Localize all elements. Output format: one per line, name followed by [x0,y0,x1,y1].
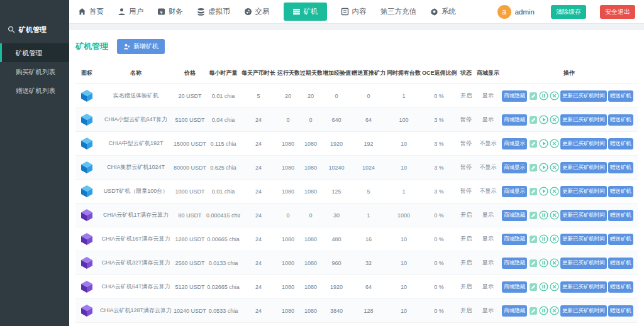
update-bought-time-button[interactable]: 更新已买矿机时间 [560,210,607,221]
run-days: 1080 [277,227,299,251]
delete-icon[interactable] [550,282,559,291]
gift-referral-power: 16 [351,227,386,251]
update-bought-time-button[interactable]: 更新已买矿机时间 [560,114,607,126]
expire-days: 0 [299,204,322,227]
user-chip[interactable]: a admin [497,5,537,19]
pause-button[interactable] [539,282,548,291]
gift-miner-button[interactable]: 赠送矿机 [608,258,633,269]
edit-icon[interactable] [528,282,538,291]
nav-label: 虚拟币 [208,7,230,16]
nav-item-virtual-coin[interactable]: 虚拟币 [197,7,230,16]
update-bought-time-button[interactable]: 更新已买矿机时间 [560,138,607,149]
nav-item-system[interactable]: 系统 [430,7,456,16]
update-bought-time-button[interactable]: 更新已买矿机时间 [560,281,607,293]
gift-miner-button[interactable]: 赠送矿机 [608,281,633,293]
gift-miner-button[interactable]: 赠送矿机 [608,90,633,102]
status-text: 开启 [457,227,475,251]
mall-toggle-button[interactable]: 商城隐藏 [502,210,527,221]
delete-icon[interactable] [550,234,559,244]
clear-cache-button[interactable]: 清除缓存 [551,5,586,19]
update-bought-time-button[interactable]: 更新已买矿机时间 [560,162,607,173]
gift-referral-power: 192 [351,132,386,156]
hourly-output: 0.04 chia [206,108,240,132]
oce-rebate: 0 % [421,251,457,275]
update-bought-time-button[interactable]: 更新已买矿机时间 [560,234,607,245]
hourly-output: 0.000415 chia [206,204,240,227]
mall-toggle-button[interactable]: 商城显示 [502,162,527,173]
mall-toggle-button[interactable]: 商城隐藏 [502,305,527,317]
delete-icon[interactable] [550,139,559,148]
miner-price: 5120 USDT [174,275,206,299]
delete-icon[interactable] [550,306,559,315]
delete-icon[interactable] [550,187,559,196]
nav-item-trade[interactable]: 交易 [244,7,270,16]
sidebar-item-0[interactable]: 矿机管理 [0,43,69,62]
miner-price: 15000 USDT [174,132,206,156]
edit-icon[interactable] [528,139,538,148]
gift-miner-button[interactable]: 赠送矿机 [608,162,633,173]
add-miner-button[interactable]: 新增矿机 [117,39,165,54]
delete-icon[interactable] [550,258,559,268]
update-bought-time-button[interactable]: 更新已买矿机时间 [560,258,607,269]
oce-rebate: 3 % [421,108,457,132]
machine-icon [79,161,95,175]
mall-toggle-button[interactable]: 商城隐藏 [502,114,527,126]
play-button[interactable] [539,163,548,172]
gift-miner-button[interactable]: 赠送矿机 [608,114,633,126]
edit-icon[interactable] [528,115,538,124]
nav-item-content[interactable]: 内容 [341,7,367,16]
update-bought-time-button[interactable]: 更新已买矿机时间 [560,186,607,197]
oce-rebate: 0 % [421,323,457,326]
gift-referral-power: 1024 [351,156,386,180]
edit-icon[interactable] [528,258,538,268]
daily-mining-hours: 24 [240,156,277,180]
gift-miner-button[interactable]: 赠送矿机 [608,186,633,197]
pause-button[interactable] [539,210,548,220]
nav-item-users[interactable]: 用户 [118,7,143,16]
mall-toggle-button[interactable]: 商城隐藏 [502,281,527,293]
delete-icon[interactable] [550,115,559,124]
edit-icon[interactable] [528,187,538,196]
exp-gain: 30 [322,204,351,227]
mall-toggle-button[interactable]: 商城显示 [502,138,527,149]
play-button[interactable] [539,139,548,148]
gift-miner-button[interactable]: 赠送矿机 [608,305,633,317]
edit-icon[interactable] [528,306,538,315]
miner-price: 80000 USDT [174,156,206,180]
gift-miner-button[interactable]: 赠送矿机 [608,210,633,221]
gift-miner-button[interactable]: 赠送矿机 [608,138,633,149]
daily-mining-hours: 5 [240,84,277,108]
pause-button[interactable] [539,306,548,315]
pause-button[interactable] [539,234,548,244]
nav-item-miners[interactable]: 矿机 [284,3,327,21]
pause-button[interactable] [539,91,548,101]
mall-toggle-button[interactable]: 商城隐藏 [502,258,527,269]
play-button[interactable] [539,187,548,196]
nav-item-third-party-recharge[interactable]: 第三方充值 [380,7,417,16]
delete-icon[interactable] [550,163,559,172]
edit-icon[interactable] [528,234,538,244]
mall-toggle-button[interactable]: 商城隐藏 [502,234,527,245]
oce-rebate: 3 % [421,180,457,204]
pause-button[interactable] [539,258,548,268]
delete-icon[interactable] [550,210,559,220]
mall-toggle-button[interactable]: 商城显示 [502,186,527,197]
gift-referral-power: 0 [351,84,386,108]
nav-item-finance[interactable]: ¥ 财务 [157,7,183,16]
mall-toggle-button[interactable]: 商城隐藏 [502,90,527,102]
gift-referral-power: 128 [351,299,386,323]
logout-button[interactable]: 安全退出 [600,5,635,19]
edit-icon[interactable] [528,210,538,220]
nav-item-home[interactable]: 首页 [78,7,104,16]
edit-icon[interactable] [528,163,538,172]
sidebar-header: 矿机管理 [0,0,69,43]
sidebar-item-2[interactable]: 赠送矿机列表 [0,81,69,100]
delete-icon[interactable] [550,91,559,101]
edit-icon[interactable] [528,91,538,101]
mall-visibility-text: 显示 [475,275,501,299]
sidebar-item-1[interactable]: 购买矿机列表 [0,62,69,81]
update-bought-time-button[interactable]: 更新已买矿机时间 [560,305,607,317]
play-button[interactable] [539,115,548,124]
gift-miner-button[interactable]: 赠送矿机 [608,234,633,245]
update-bought-time-button[interactable]: 更新已买矿机时间 [560,90,607,102]
